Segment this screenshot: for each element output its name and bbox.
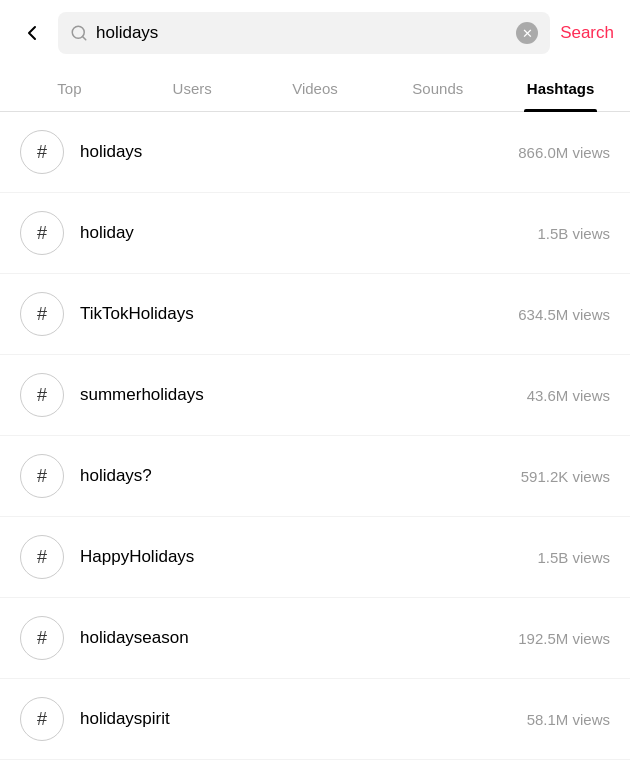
clear-icon: ✕ <box>522 27 533 40</box>
list-item[interactable]: # holidayseason 192.5M views <box>0 598 630 679</box>
list-item[interactable]: # holidays 866.0M views <box>0 112 630 193</box>
hashtag-symbol: # <box>37 628 47 649</box>
list-item[interactable]: # summerholidays 43.6M views <box>0 355 630 436</box>
hashtag-views: 58.1M views <box>527 711 610 728</box>
hashtag-views: 591.2K views <box>521 468 610 485</box>
hashtag-symbol: # <box>37 223 47 244</box>
hashtag-name: holidayseason <box>80 628 518 648</box>
hashtag-icon-wrap: # <box>20 211 64 255</box>
hashtag-views: 866.0M views <box>518 144 610 161</box>
hashtag-symbol: # <box>37 709 47 730</box>
list-item[interactable]: # HappyHolidays 1.5B views <box>0 517 630 598</box>
list-item[interactable]: # TikTokHolidays 634.5M views <box>0 274 630 355</box>
hashtag-name: holidayspirit <box>80 709 527 729</box>
hashtag-views: 634.5M views <box>518 306 610 323</box>
tab-top[interactable]: Top <box>8 66 131 111</box>
hashtag-symbol: # <box>37 385 47 406</box>
search-icon <box>70 24 88 42</box>
hashtag-name: HappyHolidays <box>80 547 537 567</box>
search-bar: ✕ <box>58 12 550 54</box>
hashtag-symbol: # <box>37 142 47 163</box>
list-item[interactable]: # holidays? 591.2K views <box>0 436 630 517</box>
hashtag-name: holidays? <box>80 466 521 486</box>
clear-button[interactable]: ✕ <box>516 22 538 44</box>
hashtag-icon-wrap: # <box>20 454 64 498</box>
svg-line-1 <box>82 36 85 39</box>
hashtag-views: 1.5B views <box>537 225 610 242</box>
list-item[interactable]: # holiday 1.5B views <box>0 193 630 274</box>
search-button[interactable]: Search <box>560 23 614 43</box>
tabs-bar: Top Users Videos Sounds Hashtags <box>0 66 630 112</box>
hashtag-icon-wrap: # <box>20 373 64 417</box>
hashtag-name: holiday <box>80 223 537 243</box>
hashtag-name: TikTokHolidays <box>80 304 518 324</box>
back-icon <box>20 21 44 45</box>
hashtag-name: holidays <box>80 142 518 162</box>
hashtag-icon-wrap: # <box>20 697 64 741</box>
hashtag-views: 43.6M views <box>527 387 610 404</box>
tab-users[interactable]: Users <box>131 66 254 111</box>
hashtag-views: 1.5B views <box>537 549 610 566</box>
hashtag-list: # holidays 866.0M views # holiday 1.5B v… <box>0 112 630 760</box>
hashtag-symbol: # <box>37 547 47 568</box>
hashtag-icon-wrap: # <box>20 292 64 336</box>
hashtag-icon-wrap: # <box>20 130 64 174</box>
search-input[interactable] <box>96 23 508 43</box>
list-item[interactable]: # holidayspirit 58.1M views <box>0 679 630 760</box>
hashtag-symbol: # <box>37 304 47 325</box>
hashtag-symbol: # <box>37 466 47 487</box>
tab-hashtags[interactable]: Hashtags <box>499 66 622 111</box>
hashtag-name: summerholidays <box>80 385 527 405</box>
header: ✕ Search <box>0 0 630 66</box>
hashtag-icon-wrap: # <box>20 616 64 660</box>
hashtag-views: 192.5M views <box>518 630 610 647</box>
tab-videos[interactable]: Videos <box>254 66 377 111</box>
hashtag-icon-wrap: # <box>20 535 64 579</box>
tab-sounds[interactable]: Sounds <box>376 66 499 111</box>
back-button[interactable] <box>16 17 48 49</box>
